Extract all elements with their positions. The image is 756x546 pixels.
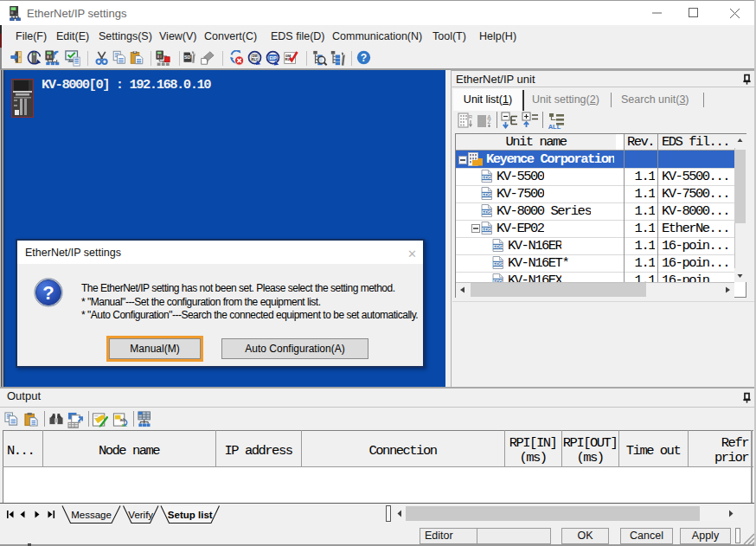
svg-text:EDS: EDS — [493, 261, 503, 267]
svg-text:EDS: EDS — [482, 192, 491, 197]
svg-text:SD: SD — [184, 55, 191, 60]
svg-text:R: R — [468, 114, 472, 119]
svg-text:EDS: EDS — [482, 175, 491, 180]
svg-text:Setup list: Setup list — [168, 510, 213, 520]
svg-text:EIP: EIP — [269, 55, 277, 61]
svg-text:EDS: EDS — [482, 227, 491, 232]
svg-text:EDS: EDS — [493, 244, 503, 249]
svg-text:Message: Message — [71, 510, 112, 520]
svg-text:RLY: RLY — [252, 57, 259, 61]
svg-text:?: ? — [42, 282, 54, 304]
svg-text:Z: Z — [488, 119, 491, 125]
svg-text:?: ? — [361, 52, 367, 64]
svg-text:EDS: EDS — [482, 209, 491, 215]
svg-text:ALL: ALL — [548, 123, 561, 131]
svg-text:Verify: Verify — [128, 510, 153, 520]
